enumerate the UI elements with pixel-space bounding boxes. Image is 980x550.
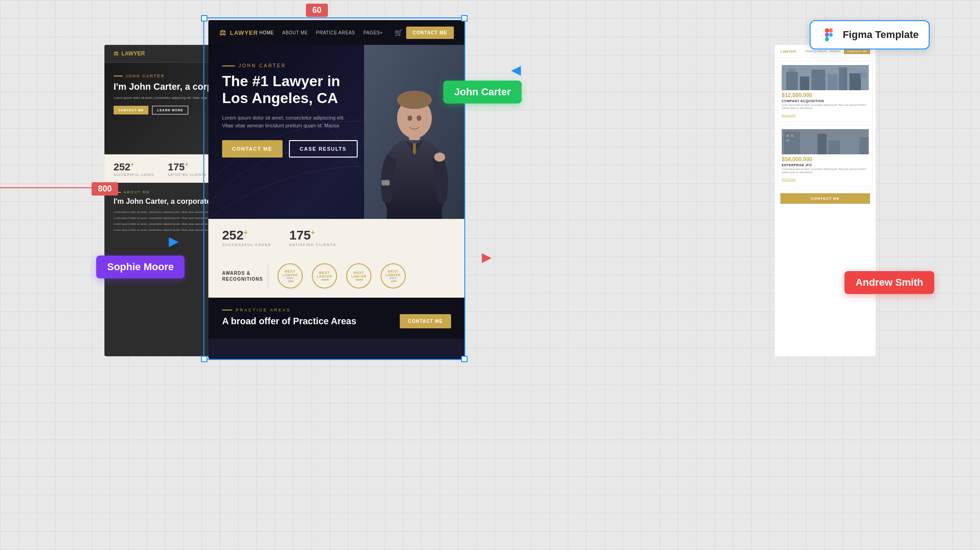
svg-rect-2: [825, 33, 829, 37]
main-nav-contact-button[interactable]: CONTACT ME: [406, 27, 454, 39]
lawyer-figure-svg: [364, 45, 465, 219]
practice-title: A broad offer of Practice Areas: [222, 316, 356, 327]
case-link-1[interactable]: READ MORE: [782, 114, 795, 117]
case-link-2[interactable]: READ MORE: [782, 178, 795, 181]
left-stat-cases: 252+ SUCCESSFUL CASES: [114, 161, 154, 176]
right-logo: LAWYER: [780, 49, 796, 54]
figma-icon: [821, 27, 837, 43]
building-image-1: [782, 65, 869, 90]
cursor-arrow-left: ◀: [169, 234, 179, 249]
left-stat-clients: 175+ SATISFIED CLIENTS: [168, 161, 206, 176]
right-preview-card: LAWYER PRATICE AREAS PAGES+ CONTACT ME $…: [775, 45, 876, 356]
cursor-arrow-right: ▶: [482, 250, 485, 265]
dimension-badge-800: 800: [92, 182, 118, 196]
svg-rect-0: [825, 28, 829, 33]
andrew-smith-badge: Andrew Smith: [844, 271, 934, 294]
figma-template-text: Figma Template: [843, 29, 919, 41]
stat-cases-num: 252+: [222, 228, 271, 243]
main-scale-icon: ⚖: [219, 28, 226, 37]
awards-label: AWARDS & RECOGNITIONS: [222, 270, 259, 282]
svg-point-12: [434, 152, 445, 162]
svg-rect-1: [829, 28, 833, 33]
cart-icon: 🛒: [395, 29, 403, 36]
svg-rect-18: [789, 69, 795, 72]
nav-link-about[interactable]: ABOUT ME: [282, 30, 308, 35]
john-carter-badge: John Carter: [443, 81, 522, 103]
left-scale-icon: ⚖: [114, 50, 119, 57]
case-card-1: $12,000,000 COMPANY ACQUISITION Lorem ip…: [778, 61, 873, 122]
nav-link-practice[interactable]: PRATICE AREAS: [316, 30, 355, 35]
svg-rect-22: [839, 67, 847, 90]
svg-rect-20: [811, 70, 825, 90]
sophie-moore-badge: Sophie Moore: [96, 256, 185, 278]
main-logo: ⚖ LAWYER: [219, 28, 258, 37]
main-hero-section: JOHN CARTER The #1 Lawyer in Los Angeles…: [208, 45, 465, 219]
practice-label: PRACTICE AREAS: [222, 308, 451, 312]
left-contact-button[interactable]: CONTACT ME: [114, 106, 148, 114]
case-amount-2: $58,000,000: [782, 156, 869, 163]
right-nav-links: PRATICE AREAS PAGES+: [805, 50, 840, 53]
svg-rect-27: [802, 138, 815, 154]
right-nav-practice: PRATICE AREAS: [805, 50, 827, 53]
case-title-1: COMPANY ACQUISITION: [782, 99, 869, 103]
awards-bar: AWARDS & RECOGNITIONS BEST LAWYER 2021 ★…: [208, 256, 465, 298]
practice-row: A broad offer of Practice Areas CONTACT …: [222, 316, 451, 328]
right-contact-button[interactable]: CONTACT ME: [780, 193, 870, 204]
left-learn-button[interactable]: LEARN MORE: [152, 106, 188, 114]
svg-point-13: [408, 115, 412, 121]
dimension-badge-60: 60: [306, 4, 328, 17]
figma-template-badge: Figma Template: [810, 20, 930, 49]
stat-cases: 252+ SUCCESSFUL CASES: [222, 228, 271, 247]
svg-point-9: [397, 91, 432, 109]
practice-contact-button[interactable]: CONTACT ME: [400, 314, 451, 328]
main-stats-bar: 252+ SUCCESSFUL CASES 175+ SATISFIED CLI…: [208, 219, 465, 256]
awards-divider: [268, 265, 268, 288]
svg-rect-28: [817, 134, 827, 154]
award-badge-4: BEST LAWYER 2021 ★★★: [381, 263, 406, 289]
svg-rect-29: [828, 141, 840, 154]
svg-rect-3: [825, 37, 829, 41]
case-title-2: ENTERPRISE IPO: [782, 163, 869, 167]
main-preview-card: ⚖ LAWYER HOME ABOUT ME PRATICE AREAS PAG…: [208, 20, 465, 359]
left-stat-num-cases: 252+: [114, 161, 154, 173]
svg-rect-31: [860, 137, 869, 154]
nav-link-pages[interactable]: PAGES+: [364, 30, 383, 35]
building-image-2: [782, 129, 869, 154]
svg-rect-23: [849, 73, 861, 90]
case-text-2: Lorem ipsum dolor sit amet, consectetur …: [782, 168, 869, 174]
left-stat-label-cases: SUCCESSFUL CASES: [114, 173, 154, 176]
svg-rect-33: [791, 135, 794, 137]
svg-rect-21: [828, 74, 838, 90]
stat-clients-num: 175+: [289, 228, 336, 243]
nav-link-home[interactable]: HOME: [259, 30, 274, 35]
case-text-1: Lorem ipsum dolor sit amet, consectetur …: [782, 103, 869, 110]
practice-section: PRACTICE AREAS A broad offer of Practice…: [208, 298, 465, 338]
stat-cases-label: SUCCESSFUL CASES: [222, 243, 271, 247]
award-badge-3: BEST LAWYER ★★★★: [346, 263, 371, 289]
corner-bl: [201, 356, 207, 362]
main-nav-links: HOME ABOUT ME PRATICE AREAS PAGES+ 🛒: [259, 29, 406, 36]
case-amount-1: $12,000,000: [782, 92, 869, 98]
svg-point-4: [829, 33, 833, 37]
award-badge-1: BEST LAWYER 2021 ★★★: [278, 263, 303, 289]
svg-rect-15: [381, 180, 390, 185]
svg-rect-34: [786, 139, 789, 142]
left-stat-label-clients: SATISFIED CLIENTS: [168, 173, 206, 176]
corner-tl: [201, 15, 207, 22]
right-nav-pages: PAGES+: [830, 50, 841, 53]
case-card-2: $58,000,000 ENTERPRISE IPO Lorem ipsum d…: [778, 125, 873, 186]
measurement-line: [0, 187, 92, 188]
cursor-arrow-top: ◀: [511, 62, 521, 77]
stat-clients-label: SATISFIED CLIENTS: [289, 243, 336, 247]
case-image-1: [782, 65, 869, 90]
svg-rect-30: [842, 133, 857, 154]
svg-rect-32: [786, 135, 789, 137]
svg-rect-17: [786, 72, 798, 90]
left-logo: ⚖ LAWYER: [114, 50, 145, 57]
main-nav: ⚖ LAWYER HOME ABOUT ME PRATICE AREAS PAG…: [208, 20, 465, 45]
stat-clients: 175+ SATISFIED CLIENTS: [289, 228, 336, 247]
svg-point-24: [860, 71, 867, 79]
award-badge-2: BEST LAWYER ★★★★: [312, 263, 337, 289]
right-contact-section: CONTACT ME: [775, 189, 876, 207]
left-stat-num-clients: 175+: [168, 161, 206, 173]
